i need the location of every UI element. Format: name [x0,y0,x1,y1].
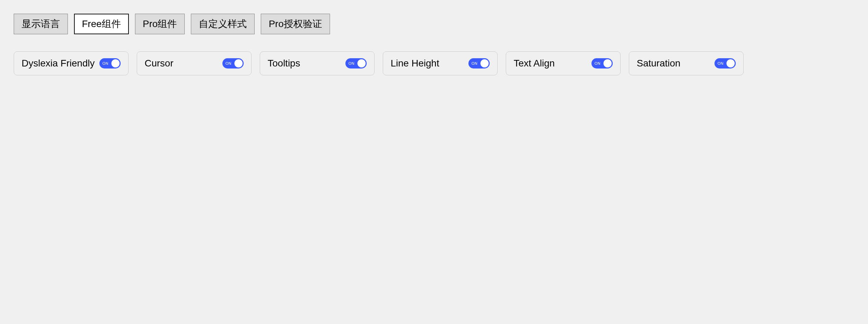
setting-label: Text Align [514,58,555,69]
setting-label: Line Height [391,58,439,69]
setting-label: Tooltips [268,58,300,69]
tab-free-components[interactable]: Free组件 [74,14,129,34]
toggle-on-text: ON [595,61,601,65]
toggle-dyslexia-friendly[interactable]: ON [99,58,121,68]
toggle-thumb [234,59,243,67]
setting-text-align: Text Align ON [506,51,621,75]
setting-label: Saturation [637,58,681,69]
tab-bar: 显示语言 Free组件 Pro组件 自定义样式 Pro授权验证 [14,14,854,34]
setting-dyslexia-friendly: Dyslexia Friendly ON [14,51,129,75]
setting-line-height: Line Height ON [383,51,498,75]
tab-display-language[interactable]: 显示语言 [14,14,68,34]
setting-label: Cursor [145,58,173,69]
toggle-text-align[interactable]: ON [591,58,613,68]
setting-saturation: Saturation ON [629,51,744,75]
setting-cursor: Cursor ON [137,51,252,75]
toggle-thumb [726,59,735,67]
settings-grid: Dyslexia Friendly ON Cursor ON Tooltips … [14,51,854,75]
setting-label: Dyslexia Friendly [22,58,95,69]
toggle-thumb [357,59,366,67]
toggle-on-text: ON [472,61,478,65]
tab-custom-styles[interactable]: 自定义样式 [191,14,255,34]
toggle-cursor[interactable]: ON [222,58,244,68]
toggle-tooltips[interactable]: ON [345,58,367,68]
toggle-thumb [480,59,489,67]
toggle-thumb [603,59,612,67]
setting-tooltips: Tooltips ON [260,51,375,75]
toggle-line-height[interactable]: ON [468,58,490,68]
toggle-on-text: ON [225,61,232,65]
tab-pro-license[interactable]: Pro授权验证 [261,14,330,34]
toggle-thumb [111,59,120,67]
toggle-on-text: ON [718,61,724,65]
tab-pro-components[interactable]: Pro组件 [135,14,185,34]
toggle-on-text: ON [349,61,355,65]
toggle-on-text: ON [102,61,109,65]
toggle-saturation[interactable]: ON [714,58,736,68]
